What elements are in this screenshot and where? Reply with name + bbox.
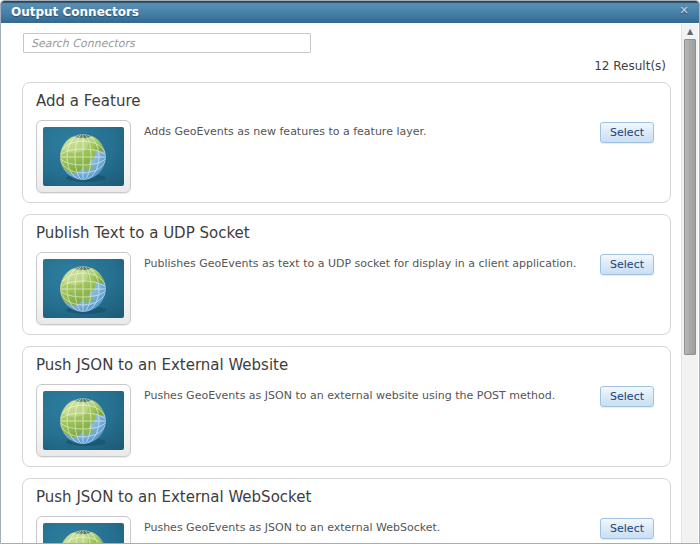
globe-icon (43, 523, 124, 544)
dialog-title: Output Connectors (1, 1, 699, 23)
scrollbar[interactable]: ▲ (681, 24, 698, 543)
connector-title: Push JSON to an External Website (36, 356, 657, 375)
connector-title: Publish Text to a UDP Socket (36, 224, 657, 243)
select-button[interactable]: Select (600, 254, 654, 275)
connector-card: Push JSON to an External Website (22, 346, 671, 467)
connector-row: Pushes GeoEvents as JSON to an external … (36, 516, 657, 544)
connector-thumbnail (36, 120, 131, 193)
connector-row: Adds GeoEvents as new features to a feat… (36, 120, 657, 193)
globe-icon (43, 127, 124, 186)
result-count: 12 Result(s) (1, 59, 681, 73)
connector-description: Pushes GeoEvents as JSON to an external … (144, 516, 600, 535)
scrollbar-thumb[interactable] (684, 39, 696, 355)
connector-card: Publish Text to a UDP Socket (22, 214, 671, 335)
dialog-titlebar[interactable]: Output Connectors ✕ (1, 1, 699, 23)
connector-title: Add a Feature (36, 92, 657, 111)
connector-card: Add a Feature (22, 82, 671, 203)
connector-thumbnail (36, 252, 131, 325)
connector-row: Pushes GeoEvents as JSON to an external … (36, 384, 657, 457)
connector-thumbnail (36, 384, 131, 457)
select-button[interactable]: Select (600, 386, 654, 407)
globe-icon (43, 391, 124, 450)
select-button[interactable]: Select (600, 518, 654, 539)
search-input[interactable] (23, 33, 311, 53)
dialog-body: 12 Result(s) Add a Feature (1, 23, 681, 544)
connector-description: Adds GeoEvents as new features to a feat… (144, 120, 600, 139)
select-button[interactable]: Select (600, 122, 654, 143)
connector-description: Pushes GeoEvents as JSON to an external … (144, 384, 600, 403)
connector-description: Publishes GeoEvents as text to a UDP soc… (144, 252, 600, 271)
connector-row: Publishes GeoEvents as text to a UDP soc… (36, 252, 657, 325)
connector-card: Push JSON to an External WebSocket (22, 478, 671, 544)
scroll-up-arrow-icon[interactable]: ▲ (682, 24, 698, 39)
globe-icon (43, 259, 124, 318)
output-connectors-dialog: Output Connectors ✕ 12 Result(s) Add a F… (0, 0, 700, 544)
connector-title: Push JSON to an External WebSocket (36, 488, 657, 507)
connector-list: Add a Feature (22, 82, 671, 544)
close-icon[interactable]: ✕ (677, 4, 691, 18)
connector-thumbnail (36, 516, 131, 544)
